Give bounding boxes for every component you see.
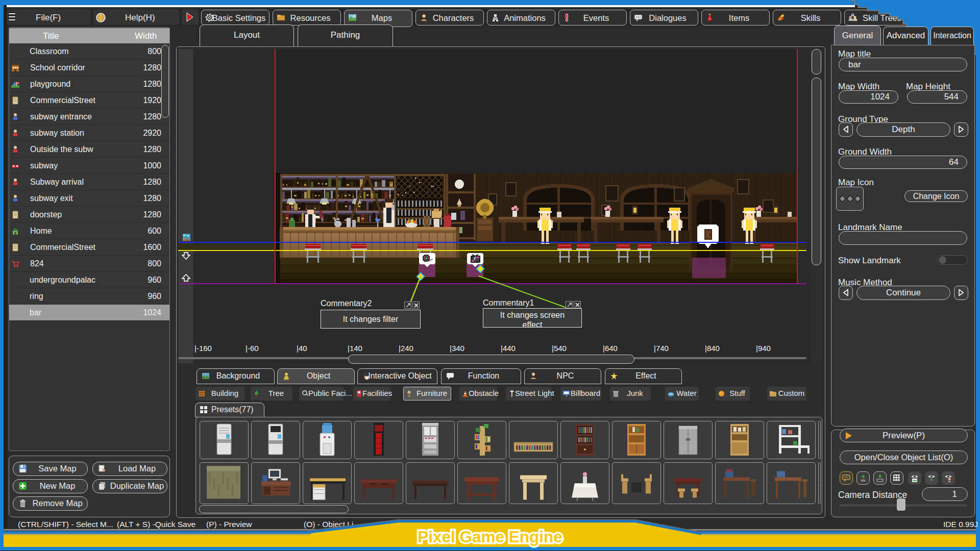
svg-text:Pixel Game Engine: Pixel Game Engine	[418, 528, 562, 546]
